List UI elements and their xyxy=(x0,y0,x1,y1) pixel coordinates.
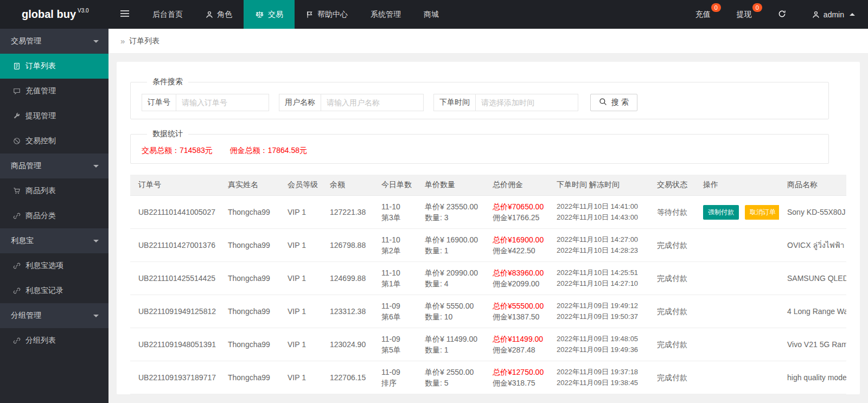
sidebar-section-group-mgmt[interactable]: 分组管理 xyxy=(0,303,108,328)
table-row: UB2211091937189717 Thongcha99 VIP 1 1227… xyxy=(130,361,846,394)
sidebar-item-label: 利息宝选项 xyxy=(25,261,63,271)
order-time-input[interactable] xyxy=(475,94,578,111)
cell-real-name: Thongcha99 xyxy=(220,295,279,328)
withdraw-badge: 0 xyxy=(752,3,762,12)
page-title: 订单列表 xyxy=(129,36,159,46)
total-price: 总价¥12750.00 xyxy=(493,367,540,378)
cell-status: 完成付款 xyxy=(649,295,695,328)
today-date: 11-09 xyxy=(381,367,409,378)
header-order-time: 下单时间 解冻时间 xyxy=(548,175,649,196)
sidebar-item-product-category[interactable]: 商品分类 xyxy=(0,203,108,228)
cell-product-name: Sony KD-55X80J (55 นิ้ว) xyxy=(779,196,846,229)
topbar-right: 充值 0 提现 0 admin xyxy=(682,0,868,29)
quantity: 数量: 10 xyxy=(425,311,476,322)
recharge-label: 充值 xyxy=(695,10,711,20)
cell-order-time: 2022年11月10日 14:41:00 2022年11月10日 14:43:0… xyxy=(548,196,649,229)
cell-status: 完成付款 xyxy=(649,229,695,262)
sidebar-item-trade-control[interactable]: 交易控制 xyxy=(0,129,108,153)
cell-product-name: 4 Long Range Walkie Ta xyxy=(779,295,846,328)
cell-unit-price-qty: 单价¥ 2550.00 数量: 5 xyxy=(417,361,484,394)
sidebar-item-lixibao-options[interactable]: 利息宝选项 xyxy=(0,253,108,278)
cell-today-orders: 11-10 第3单 xyxy=(373,196,417,229)
chevron-down-icon xyxy=(93,315,99,317)
today-order-seq: 第1单 xyxy=(381,278,409,289)
recharge-icon xyxy=(13,87,21,95)
cell-total-commission: 总价¥70650.00 佣金¥1766.25 xyxy=(484,196,548,229)
cell-order-no: UB2211101425514425 xyxy=(130,262,220,295)
header-actions: 操作 xyxy=(695,175,779,196)
stats-panel-legend: 数据统计 xyxy=(147,129,188,139)
cell-unit-price-qty: 单价¥ 11499.00 数量: 1 xyxy=(417,328,484,361)
cell-unit-price-qty: 单价¥ 5550.00 数量: 10 xyxy=(417,295,484,328)
sidebar-item-label: 交易控制 xyxy=(25,136,56,146)
order-no-input[interactable] xyxy=(176,94,269,111)
cell-status: 等待付款 xyxy=(649,196,695,229)
app-logo-text: global buy xyxy=(22,8,76,21)
today-date: 11-10 xyxy=(381,267,409,278)
user-name: admin xyxy=(824,10,844,19)
cell-total-commission: 总价¥83960.00 佣金¥2099.00 xyxy=(484,262,548,295)
main-content: » 订单列表 条件搜索 订单号 用户名称 下单时间 xyxy=(108,29,868,403)
withdraw-nav-item[interactable]: 提现 0 xyxy=(724,0,765,29)
link-icon xyxy=(13,287,21,295)
section-label: 商品管理 xyxy=(11,161,41,171)
nav-item-mall[interactable]: 商城 xyxy=(412,0,450,29)
cell-vip-level: VIP 1 xyxy=(279,361,322,394)
sidebar-item-group-list[interactable]: 分组列表 xyxy=(0,328,108,353)
unit-price: 单价¥ 11499.00 xyxy=(425,334,476,344)
nav-label: 系统管理 xyxy=(371,10,401,20)
header-status: 交易状态 xyxy=(649,175,695,196)
sidebar-toggle-button[interactable] xyxy=(108,0,141,29)
unfreeze-time: 2022年11月09日 19:50:37 xyxy=(557,311,641,322)
nav-item-roles[interactable]: 角色 xyxy=(194,0,244,29)
sidebar-section-lixibao[interactable]: 利息宝 xyxy=(0,228,108,253)
person-icon xyxy=(206,11,213,18)
table-row: UB2211101425514425 Thongcha99 VIP 1 1246… xyxy=(130,262,846,295)
nav-item-system[interactable]: 系统管理 xyxy=(359,0,412,29)
cell-order-time: 2022年11月10日 14:25:51 2022年11月10日 14:27:1… xyxy=(548,262,649,295)
table-row: UB2211101441005027 Thongcha99 VIP 1 1272… xyxy=(130,196,846,229)
force-pay-button[interactable]: 强制付款 xyxy=(703,205,739,220)
header-balance: 余额 xyxy=(322,175,373,196)
unit-price: 单价¥ 20990.00 xyxy=(425,267,476,278)
cell-total-commission: 总价¥16900.00 佣金¥422.50 xyxy=(484,229,548,262)
sidebar-section-product-mgmt[interactable]: 商品管理 xyxy=(0,153,108,178)
sidebar-item-label: 分组列表 xyxy=(25,336,56,346)
sidebar-item-order-list[interactable]: 订单列表 xyxy=(0,54,108,79)
sidebar-item-recharge-mgmt[interactable]: 充值管理 xyxy=(0,79,108,104)
cell-balance: 124699.88 xyxy=(322,262,373,295)
nav-label: 角色 xyxy=(217,10,232,20)
user-name-input[interactable] xyxy=(321,94,424,111)
nav-item-help[interactable]: 帮助中心 xyxy=(295,0,359,29)
sidebar-item-withdraw-mgmt[interactable]: 提现管理 xyxy=(0,104,108,129)
refresh-button[interactable] xyxy=(765,0,799,29)
table-row: UB2211101427001376 Thongcha99 VIP 1 1267… xyxy=(130,229,846,262)
chevron-down-icon xyxy=(93,40,99,43)
link-icon xyxy=(13,212,21,220)
withdraw-icon xyxy=(13,112,21,120)
cancel-order-button[interactable]: 取消订单 xyxy=(745,205,779,220)
cell-balance: 126798.88 xyxy=(322,229,373,262)
control-icon xyxy=(13,137,21,145)
order-time: 2022年11月10日 14:25:51 xyxy=(557,267,641,278)
cell-status: 完成付款 xyxy=(649,262,695,295)
total-price: 总价¥70650.00 xyxy=(493,201,540,212)
total-price: 总价¥16900.00 xyxy=(493,234,540,245)
cell-balance: 127221.38 xyxy=(322,196,373,229)
unit-price: 单价¥ 23550.00 xyxy=(425,201,476,212)
search-button[interactable]: 搜 索 xyxy=(590,94,637,111)
nav-item-trade[interactable]: 交易 xyxy=(244,0,295,29)
sidebar-section-trade-mgmt[interactable]: 交易管理 xyxy=(0,29,108,54)
sidebar-item-lixibao-records[interactable]: 利息宝记录 xyxy=(0,278,108,303)
sidebar: 交易管理 订单列表 充值管理 提现管理 交易控制 商品管理 商品列表 xyxy=(0,29,108,403)
cell-actions xyxy=(695,328,779,361)
sidebar-item-product-list[interactable]: 商品列表 xyxy=(0,178,108,203)
cell-unit-price-qty: 单价¥ 20990.00 数量: 4 xyxy=(417,262,484,295)
cell-actions xyxy=(695,262,779,295)
header-real-name: 真实姓名 xyxy=(220,175,279,196)
cell-today-orders: 11-10 第1单 xyxy=(373,262,417,295)
nav-item-dashboard[interactable]: 后台首页 xyxy=(141,0,194,29)
cell-order-no: UB2211101427001376 xyxy=(130,229,220,262)
recharge-nav-item[interactable]: 充值 0 xyxy=(682,0,724,29)
user-menu[interactable]: admin xyxy=(799,0,868,29)
